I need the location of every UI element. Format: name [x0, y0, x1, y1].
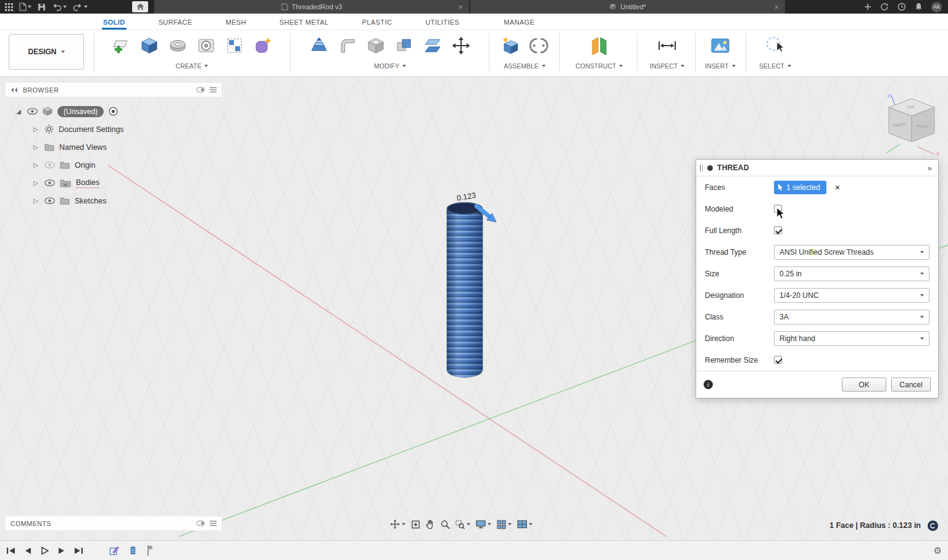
modeled-checkbox[interactable]: [774, 205, 782, 213]
timeline-feature-sketch[interactable]: [109, 545, 120, 556]
comments-header[interactable]: COMMENTS: [5, 516, 222, 531]
threaded-rod-body[interactable]: [447, 208, 483, 377]
document-tab-threadedrod[interactable]: ThreadedRod v3 ×: [154, 0, 469, 14]
activate-radio-icon[interactable]: [109, 107, 118, 116]
faces-selected-chip[interactable]: 1 selected: [774, 181, 826, 194]
app-menu-grid-icon[interactable]: [5, 3, 13, 11]
expander-icon[interactable]: ▷: [32, 162, 40, 168]
tree-item-document-settings[interactable]: ▷ Document Settings: [6, 120, 222, 138]
clock-history-icon[interactable]: [897, 2, 906, 11]
view-cube[interactable]: Z X TOP FRONT RIGHT: [878, 90, 946, 157]
redo-icon[interactable]: [73, 3, 88, 11]
tab-sheet-metal[interactable]: SHEET METAL: [278, 15, 330, 30]
full-length-checkbox[interactable]: [774, 226, 782, 234]
select-button[interactable]: [765, 35, 786, 56]
save-icon[interactable]: [38, 3, 46, 11]
expander-icon[interactable]: ▷: [32, 179, 40, 186]
tab-utilities[interactable]: UTILITIES: [424, 15, 460, 30]
modify-group-dropdown[interactable]: MODIFY: [374, 62, 406, 70]
look-at-button[interactable]: [411, 520, 420, 529]
tree-root-row[interactable]: ◢ (Unsaved): [6, 102, 222, 120]
construct-group-dropdown[interactable]: CONSTRUCT: [576, 62, 623, 70]
insert-group-dropdown[interactable]: INSERT: [705, 62, 735, 70]
move-copy-button[interactable]: [451, 35, 472, 56]
press-pull-button[interactable]: [309, 35, 330, 56]
extrude-button[interactable]: [139, 35, 160, 56]
timeline-play-button[interactable]: [41, 546, 49, 555]
ok-button[interactable]: OK: [842, 377, 886, 392]
expander-icon[interactable]: ▷: [32, 197, 40, 204]
timeline-skip-start-button[interactable]: [6, 546, 15, 555]
grid-settings-button[interactable]: [497, 520, 512, 529]
document-tab-untitled[interactable]: Untitled* ×: [470, 0, 785, 14]
status-orb-icon[interactable]: [928, 521, 938, 531]
offset-plane-button[interactable]: [422, 35, 443, 56]
tree-item-bodies[interactable]: ▷ Bodies: [6, 174, 222, 192]
expander-icon[interactable]: ◢: [15, 108, 22, 115]
panel-toggle-icon[interactable]: [196, 521, 205, 526]
close-icon[interactable]: ×: [774, 3, 779, 11]
insert-button[interactable]: [710, 35, 731, 56]
avatar[interactable]: AK: [931, 2, 942, 12]
create-form-button[interactable]: [252, 35, 273, 56]
visibility-eye-icon[interactable]: [27, 108, 38, 115]
home-view-button[interactable]: [132, 1, 148, 12]
tree-item-named-views[interactable]: ▷ Named Views: [6, 138, 222, 156]
tab-solid[interactable]: SOLID: [102, 15, 127, 30]
drag-manipulator-arrow[interactable]: [462, 199, 505, 231]
new-tab-plus-icon[interactable]: [864, 3, 871, 10]
remember-size-checkbox[interactable]: [774, 356, 782, 364]
expander-icon[interactable]: ▷: [32, 144, 40, 150]
collapse-panel-icon[interactable]: [10, 87, 18, 93]
visibility-eye-icon[interactable]: [44, 197, 55, 204]
visibility-eye-icon[interactable]: [44, 179, 55, 186]
root-document-label[interactable]: (Unsaved): [57, 106, 104, 117]
viewports-button[interactable]: [517, 520, 533, 529]
hole-button[interactable]: [196, 35, 217, 56]
drag-grip-icon[interactable]: [700, 165, 703, 171]
tab-manage[interactable]: MANAGE: [502, 15, 536, 30]
designation-select[interactable]: 1/4-20 UNC: [774, 288, 929, 303]
tab-surface[interactable]: SURFACE: [157, 15, 194, 30]
info-icon[interactable]: i: [704, 380, 713, 389]
pattern-button[interactable]: [224, 35, 245, 56]
orbit-button[interactable]: [390, 519, 405, 529]
cancel-button[interactable]: Cancel: [891, 377, 931, 392]
construct-plane-button[interactable]: [589, 35, 610, 56]
select-group-dropdown[interactable]: SELECT: [759, 62, 791, 70]
measure-button[interactable]: [657, 35, 678, 56]
timeline-skip-end-button[interactable]: [74, 546, 83, 555]
collapse-dialog-icon[interactable]: »: [928, 163, 932, 173]
timeline-step-back-button[interactable]: [24, 546, 32, 555]
close-icon[interactable]: ×: [458, 3, 463, 11]
thread-type-select[interactable]: ANSI Unified Screw Threads: [774, 245, 929, 260]
fillet-button[interactable]: [337, 35, 358, 56]
new-file-icon[interactable]: [19, 2, 31, 11]
undo-icon[interactable]: [52, 3, 67, 11]
notifications-bell-icon[interactable]: [915, 2, 923, 11]
tab-mesh[interactable]: MESH: [224, 15, 247, 30]
thread-dialog-header[interactable]: THREAD »: [696, 160, 938, 176]
panel-menu-icon[interactable]: [210, 521, 217, 526]
class-select[interactable]: 3A: [774, 310, 929, 324]
visibility-eye-off-icon[interactable]: [44, 162, 55, 168]
expander-icon[interactable]: ▷: [32, 126, 40, 133]
timeline-feature-thread[interactable]: [128, 545, 138, 556]
create-group-dropdown[interactable]: CREATE: [176, 62, 209, 70]
display-settings-button[interactable]: [476, 520, 491, 529]
zoom-button[interactable]: [441, 520, 450, 529]
create-sketch-button[interactable]: [110, 35, 131, 56]
inspect-group-dropdown[interactable]: INSPECT: [650, 62, 685, 70]
clear-selection-button[interactable]: ×: [835, 183, 840, 192]
tree-item-origin[interactable]: ▷ Origin: [6, 156, 222, 174]
tab-plastic[interactable]: PLASTIC: [361, 15, 394, 30]
timeline-position-marker[interactable]: [146, 545, 154, 556]
combine-button[interactable]: [394, 35, 415, 56]
joint-button[interactable]: [528, 35, 549, 56]
revolve-button[interactable]: [167, 35, 188, 56]
direction-select[interactable]: Right hand: [774, 331, 929, 346]
assemble-group-dropdown[interactable]: ASSEMBLE: [504, 62, 546, 70]
tree-item-sketches[interactable]: ▷ Sketches: [6, 192, 222, 210]
panel-menu-icon[interactable]: [210, 87, 217, 93]
workspace-switcher[interactable]: DESIGN: [9, 34, 84, 70]
